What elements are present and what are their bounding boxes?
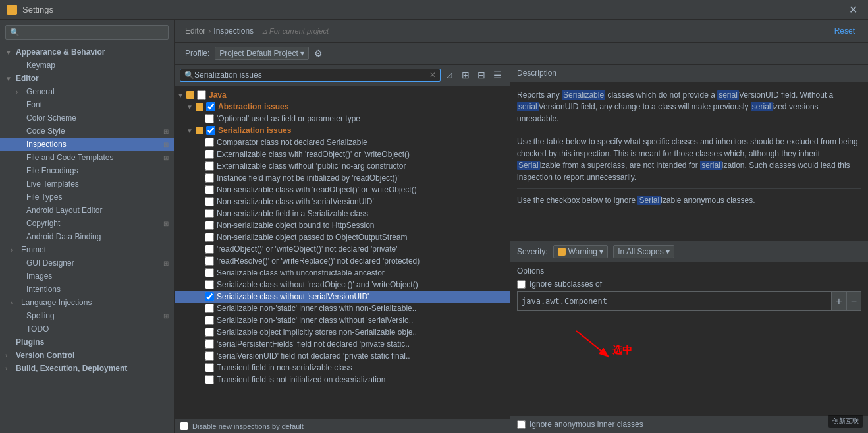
sidebar-search-input[interactable] bbox=[5, 25, 169, 40]
tree-item-no-serial-uid[interactable]: Serializable class without 'serialVersio… bbox=[175, 291, 510, 303]
profile-select[interactable]: Project Default Project ▾ bbox=[215, 47, 309, 60]
read-obj-checkbox[interactable] bbox=[205, 245, 214, 254]
sidebar-item-copyright[interactable]: Copyright ⊞ bbox=[0, 217, 174, 230]
sidebar-item-label: Live Templates bbox=[26, 179, 79, 188]
tree-item-transient[interactable]: Transient field in non-serializable clas… bbox=[175, 362, 510, 374]
sidebar-search-container bbox=[0, 20, 174, 45]
close-button[interactable]: ✕ bbox=[845, 2, 861, 17]
tree-item-implicit[interactable]: Serializable object implicitly stores no… bbox=[175, 326, 510, 338]
tree-item-non-ser-uid[interactable]: Non-serializable class with 'serialVersi… bbox=[175, 196, 510, 208]
disable-new-inspections-checkbox[interactable] bbox=[180, 422, 188, 430]
tree-item-abstraction[interactable]: ▼ Abstraction issues bbox=[175, 101, 510, 113]
sidebar-item-build-exec[interactable]: › Build, Execution, Deployment bbox=[0, 362, 174, 375]
non-ser-field-checkbox[interactable] bbox=[205, 209, 214, 218]
tree-search-input[interactable] bbox=[194, 71, 429, 80]
sidebar-item-appearance[interactable]: ▼ Appearance & Behavior bbox=[0, 45, 174, 59]
serial-version-field-checkbox[interactable] bbox=[205, 351, 214, 361]
sidebar-item-version-control[interactable]: › Version Control bbox=[0, 349, 174, 362]
java-checkbox[interactable] bbox=[197, 90, 206, 100]
tree-item-transient-init[interactable]: Transient field is not initialized on de… bbox=[175, 374, 510, 386]
non-static2-checkbox[interactable] bbox=[205, 316, 214, 325]
optional-checkbox[interactable] bbox=[205, 114, 214, 123]
non-ser-oos-checkbox[interactable] bbox=[205, 233, 214, 242]
read-resolve-checkbox[interactable] bbox=[205, 256, 214, 266]
tree-search-clear-icon[interactable]: ✕ bbox=[429, 71, 436, 80]
tree-item-serial-persistent[interactable]: 'serialPersistentFields' field not decla… bbox=[175, 338, 510, 350]
filter-icon[interactable]: ⊿ bbox=[443, 69, 456, 82]
sidebar-item-code-style[interactable]: Code Style ⊞ bbox=[0, 125, 174, 138]
instance-field-checkbox[interactable] bbox=[205, 173, 214, 183]
sidebar-item-images[interactable]: Images bbox=[0, 270, 174, 283]
sidebar-item-inspections[interactable]: Inspections ⊞ bbox=[0, 138, 174, 151]
sidebar-item-file-code-templates[interactable]: File and Code Templates ⊞ bbox=[0, 151, 174, 164]
sidebar-item-android-layout[interactable]: Android Layout Editor bbox=[0, 204, 174, 217]
ignore-anon-checkbox[interactable] bbox=[517, 420, 526, 429]
scope-select[interactable]: In All Scopes ▾ bbox=[613, 245, 674, 258]
sidebar-item-android-data-binding[interactable]: Android Data Binding bbox=[0, 230, 174, 243]
sidebar-item-file-types[interactable]: File Types bbox=[0, 190, 174, 204]
sidebar-item-gui-designer[interactable]: GUI Designer ⊞ bbox=[0, 256, 174, 270]
non-ser1-checkbox[interactable] bbox=[205, 185, 214, 194]
serial-persistent-checkbox[interactable] bbox=[205, 339, 214, 349]
no-serial-uid-checkbox[interactable] bbox=[205, 292, 214, 301]
implicit-checkbox[interactable] bbox=[205, 328, 214, 337]
sidebar-item-font[interactable]: Font bbox=[0, 98, 174, 111]
tree-item-comparator[interactable]: Comparator class not declared Serializab… bbox=[175, 136, 510, 148]
tree-item-non-static2[interactable]: Serializable non-'static' inner class wi… bbox=[175, 314, 510, 326]
sidebar-item-color-scheme[interactable]: Color Scheme bbox=[0, 111, 174, 125]
tree-item-no-read-write[interactable]: Serializable class without 'readObject()… bbox=[175, 279, 510, 291]
add-component-button[interactable]: + bbox=[832, 291, 846, 311]
tree-item-non-ser-http[interactable]: Non-serializable object bound to HttpSes… bbox=[175, 219, 510, 231]
ignore-subclasses-checkbox[interactable] bbox=[517, 280, 526, 289]
tree-item-externalizable2[interactable]: Externalizable class without 'public' no… bbox=[175, 160, 510, 172]
tree-item-unconstructable[interactable]: Serializable class with unconstructable … bbox=[175, 267, 510, 279]
ignore-subclasses-label: Ignore subclasses of bbox=[529, 279, 602, 289]
sidebar-item-keymap[interactable]: Keymap bbox=[0, 59, 174, 72]
sidebar-item-live-templates[interactable]: Live Templates bbox=[0, 177, 174, 190]
expand-all-icon[interactable]: ⊞ bbox=[459, 69, 472, 82]
tree-item-externalizable1[interactable]: Externalizable class with 'readObject()'… bbox=[175, 148, 510, 160]
tree-item-read-obj[interactable]: 'readObject()' or 'writeObject()' not de… bbox=[175, 243, 510, 255]
tree-item-instance-field[interactable]: Instance field may not be initialized by… bbox=[175, 172, 510, 184]
transient-checkbox[interactable] bbox=[205, 363, 214, 372]
sidebar-item-general[interactable]: › General bbox=[0, 85, 174, 98]
non-ser-uid-checkbox[interactable] bbox=[205, 197, 214, 206]
sidebar-item-label: Keymap bbox=[26, 61, 55, 70]
comparator-checkbox[interactable] bbox=[205, 138, 214, 147]
tree-item-java[interactable]: ▼ Java bbox=[175, 89, 510, 101]
non-static1-checkbox[interactable] bbox=[205, 304, 214, 313]
menu-icon[interactable]: ☰ bbox=[491, 69, 504, 82]
unconstructable-checkbox[interactable] bbox=[205, 268, 214, 277]
no-read-write-checkbox[interactable] bbox=[205, 280, 214, 289]
tree-item-optional[interactable]: 'Optional' used as field or parameter ty… bbox=[175, 113, 510, 125]
tree-item-non-ser1[interactable]: Non-serializable class with 'readObject(… bbox=[175, 184, 510, 196]
serialization-checkbox[interactable] bbox=[206, 126, 215, 135]
abstraction-checkbox[interactable] bbox=[206, 102, 215, 111]
sidebar-item-spelling[interactable]: Spelling ⊞ bbox=[0, 309, 174, 322]
non-ser-http-checkbox[interactable] bbox=[205, 221, 214, 230]
color-indicator bbox=[186, 91, 194, 99]
ext1-checkbox[interactable] bbox=[205, 150, 214, 159]
severity-select[interactable]: Warning ▾ bbox=[553, 245, 609, 258]
tree-item-serialization[interactable]: ▼ Serialization issues bbox=[175, 125, 510, 136]
sidebar-item-language-injections[interactable]: › Language Injections bbox=[0, 296, 174, 309]
tree-item-non-static1[interactable]: Serializable non-'static' inner class wi… bbox=[175, 303, 510, 314]
gear-icon[interactable]: ⚙ bbox=[314, 48, 323, 59]
non-static1-label: Serializable non-'static' inner class wi… bbox=[217, 304, 507, 313]
sidebar-item-intentions[interactable]: Intentions bbox=[0, 283, 174, 296]
ext2-checkbox[interactable] bbox=[205, 161, 214, 171]
remove-component-button[interactable]: − bbox=[847, 291, 861, 311]
tree-item-serial-version-field[interactable]: 'serialVersionUID' field not declared 'p… bbox=[175, 350, 510, 362]
sidebar-item-editor[interactable]: ▼ Editor bbox=[0, 72, 174, 85]
reset-button[interactable]: Reset bbox=[832, 25, 857, 37]
component-input[interactable] bbox=[517, 291, 832, 311]
tree-item-read-resolve[interactable]: 'readResolve()' or 'writeReplace()' not … bbox=[175, 255, 510, 267]
collapse-all-icon[interactable]: ⊟ bbox=[475, 69, 488, 82]
sidebar-item-file-encodings[interactable]: File Encodings bbox=[0, 164, 174, 177]
sidebar-item-plugins[interactable]: Plugins bbox=[0, 335, 174, 349]
sidebar-item-emmet[interactable]: › Emmet bbox=[0, 243, 174, 256]
tree-item-non-ser-field[interactable]: Non-serializable field in a Serializable… bbox=[175, 208, 510, 219]
tree-item-non-ser-oos[interactable]: Non-serializable object passed to Object… bbox=[175, 231, 510, 243]
transient-init-checkbox[interactable] bbox=[205, 375, 214, 384]
sidebar-item-todo[interactable]: TODO bbox=[0, 322, 174, 335]
